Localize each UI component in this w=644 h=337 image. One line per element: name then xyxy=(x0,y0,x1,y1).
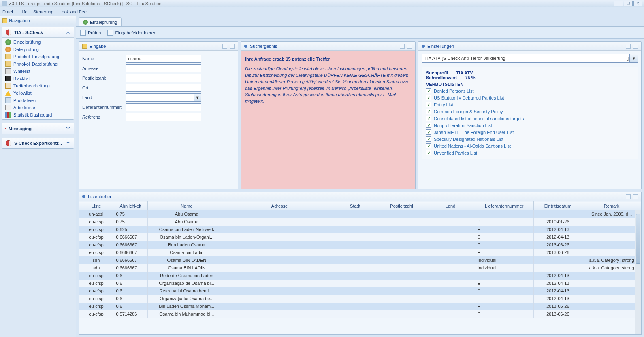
expand-icon[interactable] xyxy=(407,44,412,49)
table-row[interactable]: eu-cfsp0.6Rețeaua lui Osama ben L...E201… xyxy=(79,287,641,295)
checkbox-row[interactable]: ✓Japan METI - The Foreign End User List xyxy=(426,129,633,135)
input-plz[interactable] xyxy=(126,74,201,82)
menu-steuerung[interactable]: Steuerung xyxy=(33,9,54,14)
column-header[interactable]: Name xyxy=(147,201,226,210)
column-header[interactable]: Adresse xyxy=(226,201,333,210)
input-name[interactable] xyxy=(126,55,201,63)
expand-icon[interactable] xyxy=(633,44,638,49)
table-row[interactable]: un-aqsl0.75Abu OsamaSince Jan. 2009, d..… xyxy=(79,210,641,218)
table-cell: 2012-04-13 xyxy=(533,226,582,233)
minimize-button[interactable]: — xyxy=(614,1,623,6)
chevron-down-icon: ﹀ xyxy=(66,125,70,131)
checkbox-row[interactable]: ✓Specially Designated Nationals List xyxy=(426,136,633,142)
nav-item-pruefdateien[interactable]: Prüfdateien xyxy=(2,97,74,104)
pin-icon[interactable] xyxy=(222,44,227,49)
checkbox-icon: ✓ xyxy=(426,88,431,93)
nav-item-blacklist[interactable]: Blacklist xyxy=(2,75,74,82)
table-row[interactable]: eu-cfsp0.5714286Osama bin Muhammad bi...… xyxy=(79,310,641,318)
table-row[interactable]: eu-cfsp0.6Rede de Osama bin LadenE2012-0… xyxy=(79,272,641,280)
nav-item-einzelpruefung[interactable]: Einzelprüfung xyxy=(2,38,74,46)
input-lieferantennummer[interactable] xyxy=(126,103,201,111)
checkbox-row[interactable]: ✓Unverified Parties List xyxy=(426,150,633,155)
table-cell xyxy=(333,233,377,241)
input-referenz[interactable] xyxy=(126,113,201,121)
pin-icon[interactable] xyxy=(400,44,405,49)
checkbox-row[interactable]: ✓Denied Persons List xyxy=(426,88,633,93)
column-header[interactable]: Remark xyxy=(582,201,641,210)
table-row[interactable]: sdn0.6666667Osama BIN LADINIndividuala.k… xyxy=(79,264,641,272)
nav-item-whitelist[interactable]: Whitelist xyxy=(2,68,74,75)
table-cell: eu-cfsp xyxy=(79,249,113,256)
table-row[interactable]: eu-cfsp0.6666667Ben Laden OsamaP2013-06-… xyxy=(79,241,641,249)
pin-icon[interactable] xyxy=(626,194,631,199)
menu-datei[interactable]: Datei xyxy=(2,9,13,14)
checkbox-row[interactable]: ✓Consolidated list of financial sanction… xyxy=(426,116,633,121)
vertical-scrollbar[interactable] xyxy=(635,210,641,334)
accordion-header-messaging[interactable]: Messaging ﹀ xyxy=(2,123,74,134)
accordion-header-scheck[interactable]: TIA - S-Check ︿ xyxy=(2,27,74,38)
combo-profil[interactable]: TIA ATV [S-Check Anti-Terror-Validierung… xyxy=(422,54,638,63)
table-cell xyxy=(333,287,377,295)
leeren-button[interactable]: Eingabefelder leeren xyxy=(107,30,156,36)
table-cell: Osama BIN LADIN xyxy=(147,264,226,272)
table-row[interactable]: eu-cfsp0.6Organizația lui Osama be...E20… xyxy=(79,295,641,303)
menu-hilfe[interactable]: Hilfe xyxy=(19,9,28,14)
table-row[interactable]: eu-cfsp0.6666667Osama bin LadinP2013-06-… xyxy=(79,249,641,256)
table-row[interactable]: sdn0.6666667Osama BIN LADENIndividuala.k… xyxy=(79,256,641,264)
nav-item-trefferbearbeitung[interactable]: Trefferbearbeitung xyxy=(2,82,74,89)
panel-header-listentreffer: Listentreffer xyxy=(79,192,641,201)
checkbox-row[interactable]: ✓Entity List xyxy=(426,102,633,107)
nav-item-statistik[interactable]: Statistik Dashboard xyxy=(2,111,74,119)
combo-land[interactable]: ▼ xyxy=(126,93,201,102)
column-header[interactable]: Liste xyxy=(79,201,113,210)
expand-icon[interactable] xyxy=(230,44,235,49)
table-cell xyxy=(426,256,475,264)
scrollbar-thumb[interactable] xyxy=(636,214,640,264)
nav-item-protokoll-datei[interactable]: Protokoll Dateiprüfung xyxy=(2,60,74,68)
table-row[interactable]: eu-cfsp0.6Bin Laden Osama Moham...P2013-… xyxy=(79,303,641,310)
table-cell: eu-cfsp xyxy=(79,310,113,318)
nav-item-dateipruefung[interactable]: Dateiprüfung xyxy=(2,46,74,53)
table-row[interactable]: eu-cfsp0.6666667Osama bin Laden-Organi..… xyxy=(79,233,641,241)
checkbox-icon: ✓ xyxy=(426,150,431,155)
checkbox-icon: ✓ xyxy=(426,136,431,142)
accordion-messaging: Messaging ﹀ xyxy=(2,123,74,134)
table-cell: 0.75 xyxy=(113,210,147,218)
table-cell xyxy=(226,295,333,303)
checkbox-row[interactable]: ✓Nonproliferation Sanction List xyxy=(426,123,633,128)
app-icon xyxy=(2,1,7,6)
column-header[interactable]: Stadt xyxy=(333,201,377,210)
pin-icon[interactable] xyxy=(626,44,631,49)
column-header[interactable]: Eintrittsdatum xyxy=(533,201,582,210)
table-row[interactable]: eu-cfsp0.625Osama bin Laden-NetzwerkE201… xyxy=(79,226,641,233)
table-row[interactable]: eu-cfsp0.75Abu OsamaP2010-01-26 xyxy=(79,218,641,226)
table-cell xyxy=(377,280,426,287)
table-cell: sdn xyxy=(79,256,113,264)
column-header[interactable]: Ähnlichkeit xyxy=(113,201,147,210)
tab-einzelpruefung[interactable]: Einzelprüfung xyxy=(79,17,122,26)
table-row[interactable]: eu-cfsp0.6Organização de Osama bi...E201… xyxy=(79,280,641,287)
table-cell xyxy=(333,241,377,249)
close-button[interactable]: ✕ xyxy=(633,1,642,6)
label-plz: Postleitzahl: xyxy=(82,76,126,81)
accordion-title: TIA - S-Check xyxy=(14,30,43,35)
menu-lookfeel[interactable]: Look and Feel xyxy=(59,9,87,14)
expand-icon[interactable] xyxy=(633,194,638,199)
input-ort[interactable] xyxy=(126,84,201,92)
table-cell xyxy=(582,272,641,280)
input-adresse[interactable] xyxy=(126,64,201,72)
column-header[interactable]: Lieferantennummer xyxy=(475,201,533,210)
column-header[interactable]: Land xyxy=(426,201,475,210)
nav-item-arbeitsliste[interactable]: Arbeitsliste xyxy=(2,104,74,111)
pruefen-button[interactable]: Prüfen xyxy=(80,30,101,36)
checkbox-row[interactable]: ✓US Statutorily Debarred Parties List xyxy=(426,95,633,100)
checkbox-row[interactable]: ✓United Nations - Al-Qaida Santions List xyxy=(426,143,633,148)
checkbox-row[interactable]: ✓Common Foreign & Security Policy xyxy=(426,109,633,114)
nav-item-yellowlist[interactable]: Yellowlist xyxy=(2,89,74,97)
accordion-header-export[interactable]: S-Check Exportkontr... ﹀ xyxy=(2,138,74,148)
nav-item-protokoll-einzel[interactable]: Protokoll Einzelprüfung xyxy=(2,53,74,60)
column-header[interactable]: Postleitzahl xyxy=(377,201,426,210)
table-cell: 2012-04-13 xyxy=(533,233,582,241)
table-cell xyxy=(377,241,426,249)
maximize-button[interactable]: ❐ xyxy=(624,1,633,6)
